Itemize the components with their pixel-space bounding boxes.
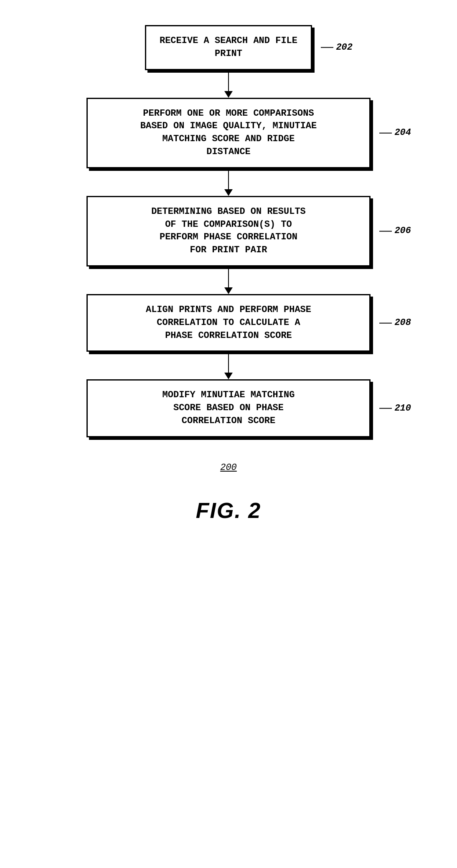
ref-label-204: 204 — [394, 127, 411, 140]
arrow-4 — [224, 352, 233, 379]
box-210: MODIFY MINUTIAE MATCHINGSCORE BASED ON P… — [86, 379, 371, 437]
ref-210: 210 — [379, 402, 411, 415]
box-206: DETERMINING BASED ON RESULTSOF THE COMPA… — [86, 196, 371, 266]
flow-step-204: PERFORM ONE OR MORE COMPARISONSBASED ON … — [86, 98, 371, 168]
arrow-line-2 — [228, 168, 229, 189]
box-210-text: MODIFY MINUTIAE MATCHINGSCORE BASED ON P… — [162, 390, 295, 426]
ref-204: 204 — [379, 127, 411, 140]
ref-label-202: 202 — [336, 41, 353, 54]
ref-206: 206 — [379, 225, 411, 238]
ref-line-210 — [379, 408, 392, 409]
box-206-text: DETERMINING BASED ON RESULTSOF THE COMPA… — [151, 206, 306, 255]
arrow-head-2 — [224, 189, 233, 196]
arrow-line-3 — [228, 266, 229, 287]
arrow-head-4 — [224, 373, 233, 379]
flow-step-206: DETERMINING BASED ON RESULTSOF THE COMPA… — [86, 196, 371, 266]
arrow-head-1 — [224, 91, 233, 98]
box-204: PERFORM ONE OR MORE COMPARISONSBASED ON … — [86, 98, 371, 168]
box-208: ALIGN PRINTS AND PERFORM PHASECORRELATIO… — [86, 294, 371, 352]
figure-number-text: 200 — [220, 462, 237, 473]
flow-step-208: ALIGN PRINTS AND PERFORM PHASECORRELATIO… — [86, 294, 371, 352]
diagram-container: RECEIVE A SEARCH AND FILE PRINT 202 PERF… — [0, 0, 457, 868]
box-204-text: PERFORM ONE OR MORE COMPARISONSBASED ON … — [140, 108, 317, 157]
figure-title: FIG. 2 — [196, 498, 261, 523]
arrow-3 — [224, 266, 233, 294]
ref-line-204 — [379, 132, 392, 133]
arrow-1 — [224, 70, 233, 98]
ref-202: 202 — [321, 41, 353, 54]
flow-step-210: MODIFY MINUTIAE MATCHINGSCORE BASED ON P… — [86, 379, 371, 437]
box-202: RECEIVE A SEARCH AND FILE PRINT 202 — [145, 25, 312, 70]
arrow-2 — [224, 168, 233, 196]
arrow-line-4 — [228, 352, 229, 373]
arrow-line-1 — [228, 70, 229, 91]
ref-line-206 — [379, 231, 392, 231]
box-202-text: RECEIVE A SEARCH AND FILE PRINT — [160, 36, 297, 59]
figure-number-label: 200 — [220, 462, 237, 473]
ref-208: 208 — [379, 317, 411, 330]
arrow-head-3 — [224, 287, 233, 294]
ref-line-202 — [321, 47, 333, 48]
ref-label-208: 208 — [394, 317, 411, 330]
ref-line-208 — [379, 322, 392, 323]
ref-label-210: 210 — [394, 402, 411, 415]
figure-title-text: FIG. 2 — [196, 498, 261, 523]
box-208-text: ALIGN PRINTS AND PERFORM PHASECORRELATIO… — [146, 305, 311, 341]
ref-label-206: 206 — [394, 225, 411, 238]
flow-step-202: RECEIVE A SEARCH AND FILE PRINT 202 — [145, 25, 312, 70]
